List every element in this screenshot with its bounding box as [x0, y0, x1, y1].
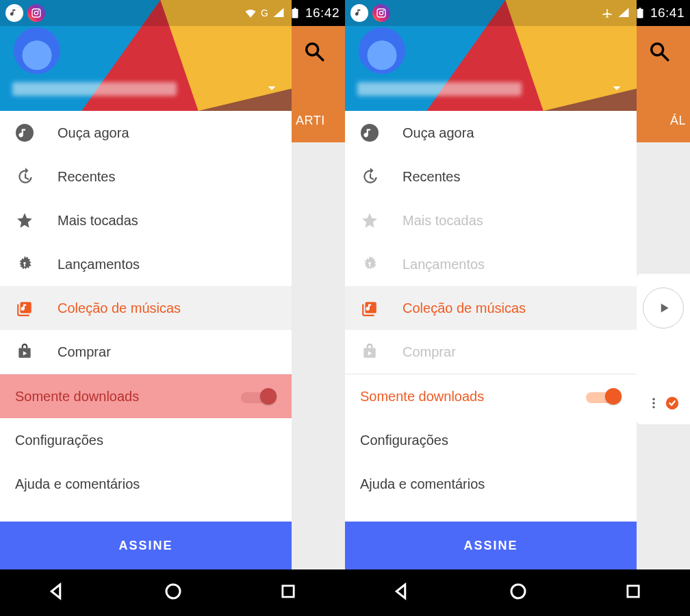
- home-button[interactable]: [508, 581, 528, 604]
- play-music-badge-icon: [350, 4, 368, 22]
- account-email-blurred: [12, 82, 177, 96]
- sidebar-item-label: Comprar: [402, 344, 456, 360]
- sidebar-item-recents[interactable]: Recentes: [345, 155, 637, 198]
- sidebar-item-settings[interactable]: Configurações: [345, 418, 637, 462]
- account-dropdown-icon[interactable]: [609, 81, 624, 99]
- sidebar-item-label: Configurações: [15, 433, 103, 448]
- star-icon: [360, 211, 379, 229]
- background-tab[interactable]: ÁL: [638, 114, 689, 128]
- sidebar-item-shop[interactable]: Comprar: [0, 330, 292, 374]
- sidebar-item-label: Lançamentos: [58, 257, 140, 272]
- downloads-only-toggle[interactable]: [241, 387, 277, 406]
- burst-icon: [15, 255, 34, 273]
- sidebar-item-label: Recentes: [402, 169, 461, 185]
- sidebar-item-top[interactable]: Mais tocadas: [0, 198, 292, 242]
- history-icon: [15, 168, 34, 185]
- airplane-icon: [601, 7, 613, 19]
- sidebar-item-label: Ouça agora: [402, 125, 474, 141]
- sidebar-item-listen-now[interactable]: Ouça agora: [0, 111, 292, 155]
- play-music-badge-icon: [5, 4, 23, 22]
- sidebar-item-recents[interactable]: Recentes: [0, 155, 292, 198]
- home-button[interactable]: [163, 581, 183, 604]
- sidebar-item-label: Configurações: [360, 433, 448, 448]
- sidebar-item-label: Mais tocadas: [402, 213, 483, 229]
- sidebar-item-label: Mais tocadas: [58, 213, 138, 229]
- downloads-only-row[interactable]: Somente downloads: [345, 374, 637, 418]
- sidebar-item-label: Ajuda e comentários: [15, 476, 140, 492]
- status-bar: 16:41: [345, 0, 690, 26]
- sidebar-item-library[interactable]: Coleção de músicas: [345, 286, 637, 330]
- sidebar-item-label: Lançamentos: [402, 257, 485, 272]
- subscribe-button[interactable]: ASSINE: [345, 522, 637, 569]
- subscribe-button[interactable]: ASSINE: [0, 522, 292, 569]
- sidebar-item-label: Comprar: [58, 344, 111, 360]
- wifi-icon: [244, 7, 257, 19]
- background-tab[interactable]: ARTI: [293, 114, 344, 128]
- sidebar-item-library[interactable]: Coleção de músicas: [0, 286, 292, 330]
- android-navbar: [345, 569, 690, 616]
- overflow-icon[interactable]: [647, 396, 661, 410]
- sidebar-item-label: Coleção de músicas: [402, 300, 526, 316]
- screenshot-left: G 16:42 ARTI: [0, 0, 345, 616]
- background-content: ARTI: [292, 26, 345, 569]
- nav-drawer: Ouça agora Recentes Mais tocadas Lançame…: [0, 0, 292, 569]
- avatar: [359, 27, 405, 74]
- account-dropdown-icon[interactable]: [264, 81, 279, 99]
- svg-rect-18: [627, 586, 638, 597]
- note-icon: [15, 124, 34, 142]
- sidebar-item-releases: Lançamentos: [345, 242, 637, 286]
- downloads-only-toggle[interactable]: [586, 387, 622, 406]
- star-icon: [15, 211, 34, 229]
- search-icon[interactable]: [303, 40, 326, 66]
- album-card-peek: [637, 274, 690, 424]
- sidebar-item-releases[interactable]: Lançamentos: [0, 242, 292, 286]
- instagram-badge-icon: [27, 4, 45, 22]
- svg-point-17: [511, 585, 525, 598]
- status-clock: 16:41: [650, 5, 685, 21]
- battery-icon: [634, 7, 646, 19]
- downloaded-badge-icon: [665, 396, 680, 411]
- instagram-badge-icon: [372, 4, 390, 22]
- avatar: [14, 27, 60, 74]
- library-icon: [360, 299, 379, 317]
- status-clock: 16:42: [305, 5, 340, 21]
- battery-icon: [289, 7, 301, 19]
- status-bar: G 16:42: [0, 0, 345, 26]
- signal-icon: [617, 7, 630, 19]
- back-button[interactable]: [392, 581, 413, 604]
- search-icon[interactable]: [648, 40, 671, 66]
- downloads-only-row[interactable]: Somente downloads: [0, 374, 292, 418]
- note-icon: [360, 124, 379, 142]
- recents-button[interactable]: [279, 582, 298, 604]
- downloads-only-label: Somente downloads: [360, 389, 484, 405]
- history-icon: [360, 168, 379, 185]
- svg-rect-16: [282, 586, 293, 597]
- network-label: G: [261, 8, 268, 18]
- burst-icon: [360, 255, 379, 273]
- sidebar-item-label: Coleção de músicas: [58, 300, 181, 316]
- play-button[interactable]: [643, 287, 684, 329]
- android-navbar: [0, 569, 345, 616]
- nav-drawer: Ouça agora Recentes Mais tocadas Lançame…: [345, 0, 637, 569]
- sidebar-item-help[interactable]: Ajuda e comentários: [0, 462, 292, 506]
- sidebar-item-shop: Comprar: [345, 330, 637, 374]
- sidebar-item-label: Ajuda e comentários: [360, 476, 485, 492]
- back-button[interactable]: [47, 581, 68, 604]
- bag-icon: [360, 343, 379, 361]
- sidebar-item-help[interactable]: Ajuda e comentários: [345, 462, 637, 506]
- library-icon: [15, 299, 34, 317]
- bag-icon: [15, 343, 34, 361]
- screenshot-right: 16:41 ÁL: [345, 0, 690, 616]
- signal-icon: [272, 7, 285, 19]
- downloads-only-label: Somente downloads: [15, 389, 139, 405]
- sidebar-item-label: Recentes: [58, 169, 116, 185]
- svg-point-15: [166, 585, 180, 598]
- account-email-blurred: [357, 82, 522, 96]
- recents-button[interactable]: [624, 582, 643, 604]
- sidebar-item-top: Mais tocadas: [345, 198, 637, 242]
- sidebar-item-label: Ouça agora: [58, 125, 129, 141]
- sidebar-item-listen-now[interactable]: Ouça agora: [345, 111, 637, 155]
- sidebar-item-settings[interactable]: Configurações: [0, 418, 292, 462]
